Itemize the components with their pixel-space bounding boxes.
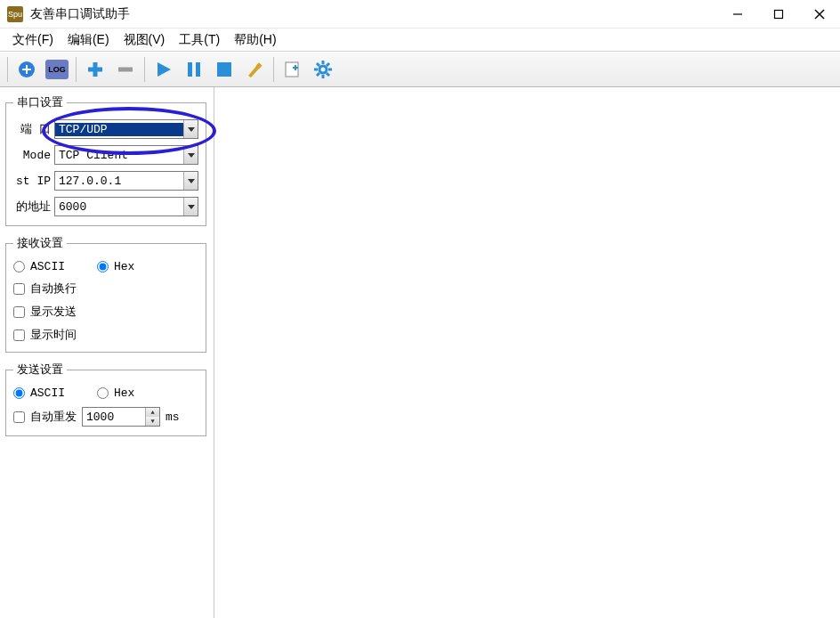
brush-icon[interactable]	[241, 56, 268, 83]
chevron-down-icon[interactable]	[183, 120, 198, 138]
svg-rect-11	[188, 62, 192, 77]
addr-select[interactable]: 6000	[54, 197, 198, 216]
ip-label: st IP	[13, 175, 54, 188]
svg-line-26	[327, 63, 329, 66]
toolbar: LOG	[0, 52, 840, 87]
svg-rect-13	[217, 62, 231, 77]
mode-select[interactable]: TCP Client	[54, 145, 198, 165]
ip-select[interactable]: 127.0.0.1	[54, 171, 198, 191]
menu-view[interactable]: 视图(V)	[117, 29, 173, 51]
spinner-buttons[interactable]: ▲▼	[145, 408, 159, 426]
interval-unit: ms	[166, 411, 180, 424]
play-icon[interactable]	[150, 56, 177, 83]
menubar: 文件(F) 编辑(E) 视图(V) 工具(T) 帮助(H)	[0, 28, 840, 52]
recv-hex-radio[interactable]: Hex	[97, 260, 134, 273]
app-icon: Spu	[7, 6, 23, 22]
gear-icon[interactable]	[310, 56, 336, 83]
autowrap-check[interactable]: 自动换行	[13, 281, 77, 297]
chevron-down-icon[interactable]	[183, 146, 198, 164]
serial-settings-group: 串口设置 端 口 TCP/UDP Mode TCP Client st IP	[5, 94, 206, 226]
minimize-button[interactable]	[717, 0, 758, 28]
pause-icon[interactable]	[181, 56, 207, 83]
recv-ascii-radio[interactable]: ASCII	[13, 260, 65, 273]
sidebar: 串口设置 端 口 TCP/UDP Mode TCP Client st IP	[0, 87, 214, 618]
menu-edit[interactable]: 编辑(E)	[61, 29, 117, 51]
minus-icon[interactable]	[112, 56, 139, 83]
svg-rect-1	[775, 11, 783, 19]
serial-legend: 串口设置	[13, 94, 67, 110]
send-hex-radio[interactable]: Hex	[97, 386, 134, 400]
close-button[interactable]	[799, 0, 840, 28]
svg-marker-10	[158, 62, 171, 77]
port-select[interactable]: TCP/UDP	[54, 119, 198, 139]
main-output-area	[214, 87, 840, 618]
autorepeat-check[interactable]: 自动重发	[13, 409, 77, 425]
titlebar: Spu 友善串口调试助手	[0, 0, 840, 28]
send-ascii-radio[interactable]: ASCII	[13, 386, 65, 400]
plus-icon[interactable]	[82, 56, 109, 83]
stop-icon[interactable]	[211, 56, 238, 83]
showtime-check[interactable]: 显示时间	[13, 327, 77, 343]
window-title: 友善串口调试助手	[30, 6, 717, 22]
maximize-button[interactable]	[758, 0, 799, 28]
menu-help[interactable]: 帮助(H)	[227, 29, 283, 51]
add-circle-icon[interactable]	[13, 56, 40, 83]
svg-rect-12	[196, 62, 200, 77]
recv-legend: 接收设置	[13, 235, 67, 251]
new-doc-icon[interactable]	[279, 56, 306, 83]
showsend-check[interactable]: 显示发送	[13, 304, 77, 320]
send-settings-group: 发送设置 ASCII Hex 自动重发 1000 ▲▼ ms	[5, 362, 206, 436]
port-label: 端 口	[13, 121, 54, 137]
addr-label: 的地址	[13, 199, 54, 215]
send-legend: 发送设置	[13, 362, 67, 378]
menu-tools[interactable]: 工具(T)	[172, 29, 227, 51]
svg-line-24	[327, 73, 329, 76]
svg-line-23	[317, 63, 319, 66]
menu-file[interactable]: 文件(F)	[5, 29, 61, 51]
receive-settings-group: 接收设置 ASCII Hex 自动换行 显示发送 显示时间	[5, 235, 206, 353]
svg-line-25	[317, 73, 319, 76]
mode-label: Mode	[13, 149, 54, 162]
chevron-down-icon[interactable]	[183, 198, 198, 215]
interval-spinner[interactable]: 1000 ▲▼	[82, 407, 160, 427]
chevron-down-icon[interactable]	[183, 172, 198, 190]
svg-point-18	[319, 66, 327, 73]
log-icon[interactable]: LOG	[44, 56, 70, 83]
